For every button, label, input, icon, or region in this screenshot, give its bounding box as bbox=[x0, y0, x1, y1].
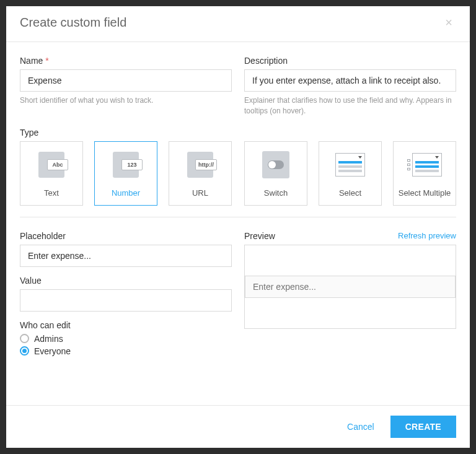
modal-title: Create custom field bbox=[20, 15, 126, 30]
radio-admins[interactable]: Admins bbox=[20, 334, 232, 344]
number-icon: 123 bbox=[113, 142, 139, 188]
value-input[interactable] bbox=[20, 289, 232, 312]
placeholder-input[interactable] bbox=[20, 245, 232, 267]
type-option-url[interactable]: http:// URL bbox=[169, 141, 232, 206]
preview-label: Preview bbox=[244, 231, 275, 241]
description-input[interactable] bbox=[244, 69, 456, 92]
modal-footer: Cancel CREATE bbox=[6, 405, 470, 448]
type-option-select-multiple[interactable]: Select Multiple bbox=[393, 141, 456, 206]
name-label: Name bbox=[20, 56, 232, 66]
description-label: Description bbox=[244, 56, 456, 66]
text-icon: Abc bbox=[38, 142, 64, 188]
url-icon: http:// bbox=[187, 142, 213, 188]
modal-header: Create custom field × bbox=[6, 6, 470, 42]
placeholder-label: Placeholder bbox=[20, 231, 232, 241]
close-icon[interactable]: × bbox=[441, 15, 456, 30]
type-option-switch[interactable]: Switch bbox=[244, 141, 307, 206]
switch-icon bbox=[262, 142, 289, 188]
modal-body: Name Short identifier of what you wish t… bbox=[6, 42, 470, 405]
radio-icon bbox=[20, 346, 29, 356]
type-label: Type bbox=[20, 128, 456, 138]
radio-everyone[interactable]: Everyone bbox=[20, 346, 232, 356]
name-hint: Short identifier of what you wish to tra… bbox=[20, 95, 232, 106]
create-custom-field-modal: Create custom field × Name Short identif… bbox=[6, 6, 470, 448]
radio-icon bbox=[20, 334, 29, 343]
refresh-preview-link[interactable]: Refresh preview bbox=[398, 231, 456, 240]
select-multiple-icon bbox=[407, 142, 442, 188]
type-options: Abc Text 123 Number http:// URL bbox=[20, 141, 456, 206]
name-input[interactable] bbox=[20, 69, 232, 92]
preview-input bbox=[245, 276, 456, 298]
cancel-button[interactable]: Cancel bbox=[343, 421, 378, 432]
description-hint: Explainer that clarifies how to use the … bbox=[244, 95, 456, 116]
create-button[interactable]: CREATE bbox=[390, 416, 456, 438]
who-can-edit-label: Who can edit bbox=[20, 320, 232, 330]
value-label: Value bbox=[20, 276, 232, 286]
divider bbox=[20, 217, 456, 217]
type-option-select[interactable]: Select bbox=[319, 141, 382, 206]
select-icon bbox=[335, 142, 365, 188]
type-option-number[interactable]: 123 Number bbox=[94, 141, 157, 206]
type-option-text[interactable]: Abc Text bbox=[20, 141, 83, 206]
preview-box bbox=[244, 245, 456, 329]
